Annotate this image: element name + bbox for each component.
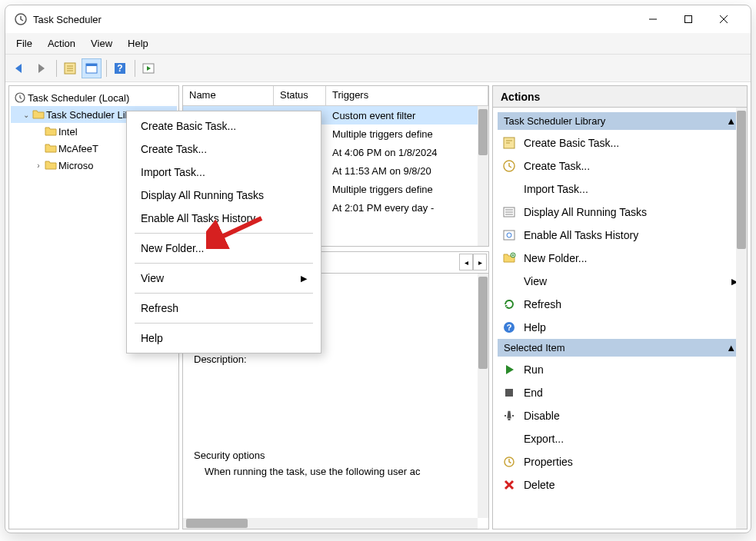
ctx-help[interactable]: Help: [127, 327, 321, 350]
help-icon: ?: [502, 320, 516, 334]
task-scheduler-icon: [15, 13, 27, 25]
blank-icon: [502, 432, 516, 446]
collapse-icon: ▲: [726, 115, 736, 127]
close-button[interactable]: [706, 7, 741, 32]
detail-sec-label: Security options: [194, 450, 478, 461]
task-scheduler-icon: [14, 91, 26, 104]
svg-text:?: ?: [507, 323, 512, 332]
action-create-basic-task-[interactable]: Create Basic Task...: [498, 131, 742, 154]
minimize-button[interactable]: [635, 7, 671, 32]
tree-child-label: McAfeeT: [58, 143, 98, 154]
tab-scroll-left[interactable]: ◂: [459, 254, 473, 270]
action-run[interactable]: Run: [498, 358, 742, 381]
menu-help[interactable]: Help: [120, 35, 156, 52]
action-view[interactable]: View▶: [498, 270, 742, 293]
refresh-icon: [502, 297, 516, 311]
separator: [135, 323, 313, 324]
caret-icon: ⌄: [22, 111, 31, 119]
col-name[interactable]: Name: [183, 86, 274, 105]
action-display-all-running-tasks[interactable]: Display All Running Tasks: [498, 201, 742, 224]
ctx-display-all-running-tasks[interactable]: Display All Running Tasks: [127, 184, 321, 207]
menu-file[interactable]: File: [8, 35, 40, 52]
action-group-selected[interactable]: Selected Item ▲: [498, 339, 742, 357]
tab-scroll-right[interactable]: ▸: [473, 254, 487, 270]
end-icon: [502, 386, 516, 400]
blank-icon: [502, 274, 516, 288]
disable-icon: [502, 409, 516, 423]
menu-action[interactable]: Action: [40, 35, 83, 52]
ctx-import-task-[interactable]: Import Task...: [127, 161, 321, 184]
window: Task Scheduler File Action View Help ? T…: [5, 5, 751, 533]
actions-scrollbar[interactable]: [736, 108, 747, 529]
col-status[interactable]: Status: [274, 86, 326, 105]
list-icon: [502, 205, 516, 219]
svg-rect-17: [505, 389, 513, 397]
action-enable-all-tasks-history[interactable]: Enable All Tasks History: [498, 224, 742, 247]
menubar: File Action View Help: [5, 33, 751, 55]
actions-header: Actions: [493, 86, 747, 108]
blank-icon: [502, 182, 516, 196]
toolbar-run-button[interactable]: [138, 58, 158, 78]
grid-scrollbar[interactable]: [478, 106, 488, 246]
ctx-enable-all-tasks-history[interactable]: Enable All Tasks History: [127, 207, 321, 230]
action-group-library[interactable]: Task Scheduler Library ▲: [498, 112, 742, 130]
clock-icon: [502, 159, 516, 173]
ctx-refresh[interactable]: Refresh: [127, 297, 321, 320]
tree-root[interactable]: Task Scheduler (Local): [11, 89, 177, 106]
tree-child-label: Microso: [58, 160, 94, 171]
back-button[interactable]: [10, 58, 30, 78]
folder-icon: [45, 125, 57, 138]
ctx-new-folder-[interactable]: New Folder...: [127, 237, 321, 260]
ctx-create-task-[interactable]: Create Task...: [127, 138, 321, 161]
props-icon: [502, 455, 516, 469]
toolbar-calendar-button[interactable]: [82, 58, 102, 78]
folder-icon: [45, 142, 57, 154]
toolbar-action-button[interactable]: [60, 58, 80, 78]
separator: [135, 233, 313, 234]
maximize-button[interactable]: [671, 7, 706, 32]
svg-rect-12: [504, 231, 515, 240]
tree-child-label: Intel: [58, 126, 78, 138]
caret-icon: ›: [34, 161, 43, 170]
toolbar-help-button[interactable]: ?: [110, 58, 130, 78]
col-triggers[interactable]: Triggers: [326, 86, 488, 105]
svg-rect-4: [86, 64, 97, 66]
menu-view[interactable]: View: [83, 35, 120, 52]
toolbar: ?: [5, 55, 751, 82]
action-disable[interactable]: Disable: [498, 404, 742, 427]
actions-pane: Actions Task Scheduler Library ▲ Create …: [492, 85, 748, 529]
folder-icon: [32, 108, 45, 121]
titlebar: Task Scheduler: [5, 5, 751, 33]
action-help[interactable]: ?Help: [498, 316, 742, 339]
action-delete[interactable]: Delete: [498, 473, 742, 496]
action-new-folder-[interactable]: New Folder...: [498, 247, 742, 270]
tree-root-label: Task Scheduler (Local): [28, 92, 129, 104]
svg-rect-1: [685, 16, 692, 23]
action-end[interactable]: End: [498, 381, 742, 404]
collapse-icon: ▲: [726, 342, 736, 353]
separator: [135, 263, 313, 264]
detail-sec-text: When running the task, use the following…: [194, 466, 478, 477]
context-menu: Create Basic Task...Create Task...Import…: [126, 111, 321, 353]
action-properties[interactable]: Properties: [498, 450, 742, 473]
submenu-arrow-icon: ▶: [301, 274, 307, 284]
folder-icon: [45, 159, 57, 171]
run-icon: [502, 363, 516, 377]
ctx-view[interactable]: View▶: [127, 267, 321, 290]
folder-new-icon: [502, 251, 516, 265]
action-refresh[interactable]: Refresh: [498, 293, 742, 316]
svg-text:?: ?: [117, 63, 122, 74]
wizard-icon: [502, 136, 516, 150]
action-import-task-[interactable]: Import Task...: [498, 178, 742, 201]
separator: [135, 293, 313, 294]
detail-scrollbar-v[interactable]: [478, 274, 488, 518]
detail-scrollbar-h[interactable]: [183, 518, 478, 529]
action-create-task-[interactable]: Create Task...: [498, 154, 742, 178]
window-title: Task Scheduler: [33, 14, 635, 25]
detail-desc-label: Description:: [194, 353, 478, 365]
ctx-create-basic-task-[interactable]: Create Basic Task...: [127, 115, 321, 138]
forward-button[interactable]: [32, 58, 52, 78]
action-export-[interactable]: Export...: [498, 427, 742, 450]
delete-icon: [502, 478, 516, 492]
history-icon: [502, 228, 516, 242]
